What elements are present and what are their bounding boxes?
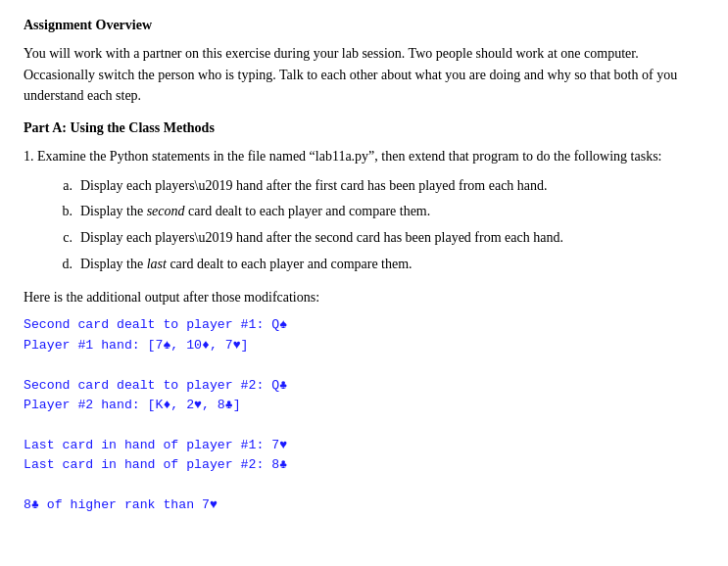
code-line-2: Player #1 hand: [7♠, 10♦, 7♥] bbox=[24, 336, 704, 355]
item-c-label: c. bbox=[59, 227, 73, 249]
code-block: Second card dealt to player #1: Q♠ Playe… bbox=[24, 315, 704, 516]
question1-prefix: 1. Examine the Python statements in the … bbox=[24, 149, 662, 164]
item-c-text: Display each players\u2019 hand after th… bbox=[80, 227, 563, 249]
item-d-italic: last bbox=[147, 257, 167, 271]
code-line-7: Last card in hand of player #1: 7♥ bbox=[24, 436, 704, 455]
code-line-4: Second card dealt to player #2: Q♣ bbox=[24, 376, 704, 396]
question1-text: 1. Examine the Python statements in the … bbox=[24, 146, 704, 167]
code-line-1: Second card dealt to player #1: Q♠ bbox=[24, 315, 704, 335]
item-d-label: d. bbox=[59, 254, 73, 275]
item-b-text: Display the second card dealt to each pl… bbox=[80, 201, 430, 222]
list-item-d: d. Display the last card dealt to each p… bbox=[59, 254, 704, 275]
part-a-title: Part A: Using the Class Methods bbox=[24, 120, 704, 136]
item-a-label: a. bbox=[59, 175, 73, 197]
item-b-label: b. bbox=[59, 201, 73, 222]
page-container: Assignment Overview You will work with a… bbox=[24, 18, 704, 516]
intro-paragraph: You will work with a partner on this exe… bbox=[24, 43, 704, 107]
list-item-c: c. Display each players\u2019 hand after… bbox=[59, 227, 704, 249]
section-title: Assignment Overview bbox=[24, 18, 704, 33]
item-a-text: Display each players\u2019 hand after th… bbox=[80, 175, 548, 197]
list-item-a: a. Display each players\u2019 hand after… bbox=[59, 175, 704, 197]
code-line-5: Player #2 hand: [K♦, 2♥, 8♣] bbox=[24, 396, 704, 415]
item-d-text: Display the last card dealt to each play… bbox=[80, 254, 413, 275]
output-intro: Here is the additional output after thos… bbox=[24, 287, 704, 308]
item-b-italic: second bbox=[147, 204, 185, 218]
code-line-8: Last card in hand of player #2: 8♣ bbox=[24, 455, 704, 475]
sub-items-list: a. Display each players\u2019 hand after… bbox=[59, 175, 704, 275]
list-item-b: b. Display the second card dealt to each… bbox=[59, 201, 704, 222]
code-line-10: 8♣ of higher rank than 7♥ bbox=[24, 495, 704, 515]
